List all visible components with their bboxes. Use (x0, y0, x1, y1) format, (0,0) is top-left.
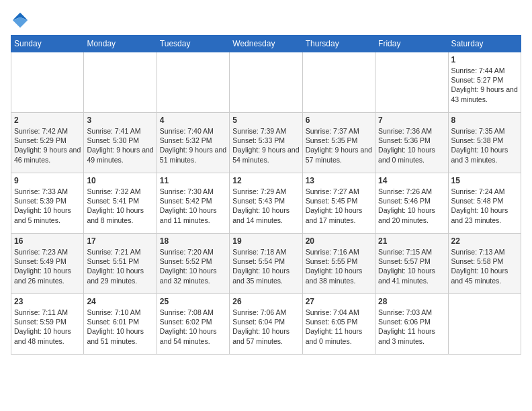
calendar-header-row: SundayMondayTuesdayWednesdayThursdayFrid… (11, 36, 521, 52)
day-number: 27 (306, 297, 372, 306)
day-number: 20 (306, 236, 372, 246)
calendar-cell: 18Sunrise: 7:20 AM Sunset: 5:52 PM Dayli… (157, 234, 229, 294)
calendar-cell (375, 52, 448, 113)
day-number: 28 (378, 297, 445, 306)
day-number: 11 (160, 176, 226, 185)
calendar-cell: 20Sunrise: 7:16 AM Sunset: 5:55 PM Dayli… (302, 234, 375, 294)
calendar-cell: 13Sunrise: 7:27 AM Sunset: 5:45 PM Dayli… (302, 173, 375, 234)
day-number: 9 (14, 176, 81, 185)
calendar-cell: 19Sunrise: 7:18 AM Sunset: 5:54 PM Dayli… (230, 234, 302, 294)
calendar-cell (302, 52, 375, 113)
calendar-cell: 14Sunrise: 7:26 AM Sunset: 5:46 PM Dayli… (375, 173, 448, 234)
day-header-saturday: Saturday (448, 36, 521, 52)
cell-daylight-info: Sunrise: 7:41 AM Sunset: 5:30 PM Dayligh… (87, 126, 153, 165)
calendar-cell: 27Sunrise: 7:04 AM Sunset: 6:05 PM Dayli… (302, 294, 375, 355)
day-number: 8 (451, 116, 518, 125)
day-number: 19 (232, 236, 299, 246)
calendar-cell: 16Sunrise: 7:23 AM Sunset: 5:49 PM Dayli… (11, 234, 84, 294)
day-number: 4 (160, 116, 226, 125)
cell-daylight-info: Sunrise: 7:08 AM Sunset: 6:02 PM Dayligh… (160, 308, 226, 346)
day-number: 23 (14, 297, 81, 306)
day-number: 21 (378, 236, 445, 246)
day-number: 22 (451, 236, 518, 246)
day-number: 5 (232, 116, 299, 125)
day-header-tuesday: Tuesday (157, 36, 229, 52)
calendar-cell: 5Sunrise: 7:39 AM Sunset: 5:33 PM Daylig… (230, 113, 302, 173)
cell-daylight-info: Sunrise: 7:36 AM Sunset: 5:36 PM Dayligh… (378, 126, 445, 165)
cell-daylight-info: Sunrise: 7:20 AM Sunset: 5:52 PM Dayligh… (160, 247, 226, 285)
calendar-week-row: 23Sunrise: 7:11 AM Sunset: 5:59 PM Dayli… (11, 294, 521, 355)
calendar-table: SundayMondayTuesdayWednesdayThursdayFrid… (11, 35, 521, 355)
logo (11, 11, 32, 30)
calendar-cell (230, 52, 302, 113)
calendar-cell (157, 52, 229, 113)
cell-daylight-info: Sunrise: 7:21 AM Sunset: 5:51 PM Dayligh… (87, 247, 153, 285)
calendar-cell: 7Sunrise: 7:36 AM Sunset: 5:36 PM Daylig… (375, 113, 448, 173)
day-number: 13 (306, 176, 372, 185)
day-number: 3 (87, 116, 153, 125)
cell-daylight-info: Sunrise: 7:39 AM Sunset: 5:33 PM Dayligh… (232, 126, 299, 165)
day-number: 24 (87, 297, 153, 306)
calendar-cell: 11Sunrise: 7:30 AM Sunset: 5:42 PM Dayli… (157, 173, 229, 234)
day-number: 6 (306, 116, 372, 125)
day-header-monday: Monday (84, 36, 157, 52)
cell-daylight-info: Sunrise: 7:23 AM Sunset: 5:49 PM Dayligh… (14, 247, 81, 285)
day-number: 25 (160, 297, 226, 306)
cell-daylight-info: Sunrise: 7:29 AM Sunset: 5:43 PM Dayligh… (232, 187, 299, 225)
cell-daylight-info: Sunrise: 7:15 AM Sunset: 5:57 PM Dayligh… (378, 247, 445, 285)
day-number: 18 (160, 236, 226, 246)
page-header (11, 11, 521, 30)
cell-daylight-info: Sunrise: 7:06 AM Sunset: 6:04 PM Dayligh… (232, 308, 299, 346)
day-number: 15 (451, 176, 518, 185)
calendar-cell: 2Sunrise: 7:42 AM Sunset: 5:29 PM Daylig… (11, 113, 84, 173)
day-number: 17 (87, 236, 153, 246)
cell-daylight-info: Sunrise: 7:42 AM Sunset: 5:29 PM Dayligh… (14, 126, 81, 165)
day-number: 10 (87, 176, 153, 185)
cell-daylight-info: Sunrise: 7:11 AM Sunset: 5:59 PM Dayligh… (14, 308, 81, 346)
calendar-cell: 15Sunrise: 7:24 AM Sunset: 5:48 PM Dayli… (448, 173, 521, 234)
cell-daylight-info: Sunrise: 7:35 AM Sunset: 5:38 PM Dayligh… (451, 126, 518, 165)
calendar-week-row: 16Sunrise: 7:23 AM Sunset: 5:49 PM Dayli… (11, 234, 521, 294)
day-number: 1 (451, 55, 518, 64)
day-number: 26 (232, 297, 299, 306)
calendar-cell (84, 52, 157, 113)
logo-icon (11, 11, 30, 30)
calendar-cell: 22Sunrise: 7:13 AM Sunset: 5:58 PM Dayli… (448, 234, 521, 294)
day-number: 14 (378, 176, 445, 185)
calendar-cell: 9Sunrise: 7:33 AM Sunset: 5:39 PM Daylig… (11, 173, 84, 234)
cell-daylight-info: Sunrise: 7:30 AM Sunset: 5:42 PM Dayligh… (160, 187, 226, 225)
calendar-week-row: 9Sunrise: 7:33 AM Sunset: 5:39 PM Daylig… (11, 173, 521, 234)
calendar-cell: 1Sunrise: 7:44 AM Sunset: 5:27 PM Daylig… (448, 52, 521, 113)
calendar-week-row: 1Sunrise: 7:44 AM Sunset: 5:27 PM Daylig… (11, 52, 521, 113)
day-header-thursday: Thursday (302, 36, 375, 52)
day-number: 16 (14, 236, 81, 246)
calendar-cell: 28Sunrise: 7:03 AM Sunset: 6:06 PM Dayli… (375, 294, 448, 355)
cell-daylight-info: Sunrise: 7:04 AM Sunset: 6:05 PM Dayligh… (306, 308, 372, 346)
calendar-cell: 10Sunrise: 7:32 AM Sunset: 5:41 PM Dayli… (84, 173, 157, 234)
calendar-cell: 4Sunrise: 7:40 AM Sunset: 5:32 PM Daylig… (157, 113, 229, 173)
calendar-cell: 17Sunrise: 7:21 AM Sunset: 5:51 PM Dayli… (84, 234, 157, 294)
cell-daylight-info: Sunrise: 7:24 AM Sunset: 5:48 PM Dayligh… (451, 187, 518, 225)
calendar-week-row: 2Sunrise: 7:42 AM Sunset: 5:29 PM Daylig… (11, 113, 521, 173)
cell-daylight-info: Sunrise: 7:40 AM Sunset: 5:32 PM Dayligh… (160, 126, 226, 165)
calendar-cell: 6Sunrise: 7:37 AM Sunset: 5:35 PM Daylig… (302, 113, 375, 173)
calendar-cell: 3Sunrise: 7:41 AM Sunset: 5:30 PM Daylig… (84, 113, 157, 173)
cell-daylight-info: Sunrise: 7:32 AM Sunset: 5:41 PM Dayligh… (87, 187, 153, 225)
day-number: 2 (14, 116, 81, 125)
calendar-cell: 23Sunrise: 7:11 AM Sunset: 5:59 PM Dayli… (11, 294, 84, 355)
cell-daylight-info: Sunrise: 7:16 AM Sunset: 5:55 PM Dayligh… (306, 247, 372, 285)
cell-daylight-info: Sunrise: 7:27 AM Sunset: 5:45 PM Dayligh… (306, 187, 372, 225)
day-number: 7 (378, 116, 445, 125)
cell-daylight-info: Sunrise: 7:10 AM Sunset: 6:01 PM Dayligh… (87, 308, 153, 346)
cell-daylight-info: Sunrise: 7:44 AM Sunset: 5:27 PM Dayligh… (451, 66, 518, 104)
cell-daylight-info: Sunrise: 7:03 AM Sunset: 6:06 PM Dayligh… (378, 308, 445, 346)
calendar-cell: 21Sunrise: 7:15 AM Sunset: 5:57 PM Dayli… (375, 234, 448, 294)
calendar-cell (448, 294, 521, 355)
cell-daylight-info: Sunrise: 7:18 AM Sunset: 5:54 PM Dayligh… (232, 247, 299, 285)
day-header-friday: Friday (375, 36, 448, 52)
cell-daylight-info: Sunrise: 7:26 AM Sunset: 5:46 PM Dayligh… (378, 187, 445, 225)
day-number: 12 (232, 176, 299, 185)
day-header-sunday: Sunday (11, 36, 84, 52)
cell-daylight-info: Sunrise: 7:33 AM Sunset: 5:39 PM Dayligh… (14, 187, 81, 225)
cell-daylight-info: Sunrise: 7:13 AM Sunset: 5:58 PM Dayligh… (451, 247, 518, 285)
